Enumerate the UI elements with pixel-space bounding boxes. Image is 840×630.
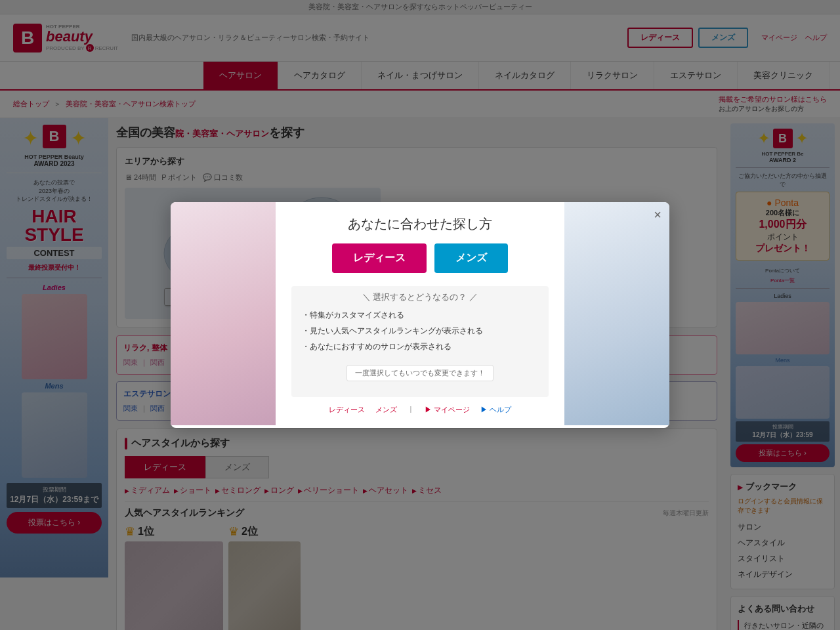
modal-link-ladies[interactable]: レディース — [329, 405, 365, 415]
modal-man-photo — [564, 202, 669, 425]
modal-overlay[interactable]: × あなたに合わせた探し方 レディース メンズ ＼ 選択するとどうなるの？ ／ … — [0, 0, 840, 630]
modal-mens-button[interactable]: メンズ — [434, 243, 508, 273]
modal-center-content: あなたに合わせた探し方 レディース メンズ ＼ 選択するとどうなるの？ ／ 特集… — [276, 202, 564, 428]
modal-question: ＼ 選択するとどうなるの？ ／ — [302, 291, 538, 303]
modal-buttons: レディース メンズ — [332, 243, 508, 273]
modal-bullet-2: 見たい人気ヘアスタイルランキングが表示される — [302, 323, 538, 339]
modal-link-mens[interactable]: メンズ — [375, 405, 397, 415]
modal-woman-photo — [171, 202, 276, 425]
modal-left-photo-area — [171, 202, 276, 428]
modal-title: あなたに合わせた探し方 — [348, 215, 492, 233]
modal-bullet-1: 特集がカスタマイズされる — [302, 307, 538, 323]
modal-dialog: × あなたに合わせた探し方 レディース メンズ ＼ 選択するとどうなるの？ ／ … — [171, 202, 669, 428]
modal-bottom-links: レディース メンズ | ▶ マイページ ▶ ヘルプ — [329, 405, 512, 415]
modal-bullet-3: あなたにおすすめのサロンが表示される — [302, 339, 538, 354]
modal-link-mypage[interactable]: ▶ マイページ — [425, 405, 470, 415]
modal-close-button[interactable]: × — [654, 207, 662, 222]
modal-ladies-button[interactable]: レディース — [332, 243, 427, 273]
modal-right-photo-area — [564, 202, 669, 428]
modal-bullets: 特集がカスタマイズされる 見たい人気ヘアスタイルランキングが表示される あなたに… — [302, 307, 538, 354]
modal-once-note: 一度選択してもいつでも変更できます！ — [346, 365, 494, 381]
modal-body: あなたに合わせた探し方 レディース メンズ ＼ 選択するとどうなるの？ ／ 特集… — [171, 202, 669, 428]
modal-link-help[interactable]: ▶ ヘルプ — [480, 405, 511, 415]
